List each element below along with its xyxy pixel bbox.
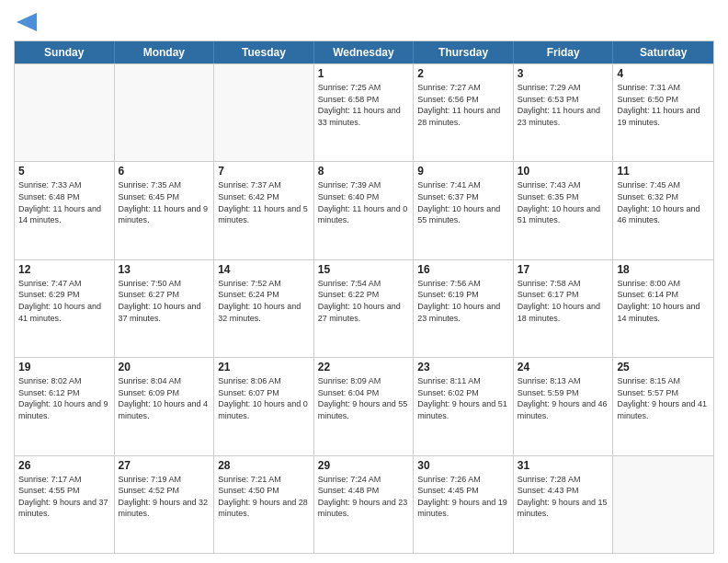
day-number: 29 [318, 459, 410, 472]
cell-info: Sunrise: 8:15 AMSunset: 5:57 PMDaylight:… [617, 375, 710, 421]
day-number: 13 [119, 263, 210, 276]
day-cell-31: 31Sunrise: 7:28 AMSunset: 4:43 PMDayligh… [514, 456, 614, 553]
day-number: 5 [18, 165, 110, 178]
cell-info: Sunrise: 8:00 AMSunset: 6:14 PMDaylight:… [617, 278, 710, 324]
cell-info: Sunrise: 8:11 AMSunset: 6:02 PMDaylight:… [417, 375, 509, 421]
header-day-sunday: Sunday [15, 41, 115, 63]
cell-info: Sunrise: 7:35 AMSunset: 6:45 PMDaylight:… [119, 179, 210, 225]
day-cell-26: 26Sunrise: 7:17 AMSunset: 4:55 PMDayligh… [15, 456, 115, 553]
day-cell-4: 4Sunrise: 7:31 AMSunset: 6:50 PMDaylight… [613, 64, 713, 161]
cell-info: Sunrise: 7:37 AMSunset: 6:42 PMDaylight:… [218, 179, 310, 225]
calendar-body: 1Sunrise: 7:25 AMSunset: 6:58 PMDaylight… [15, 63, 713, 553]
calendar-row-2: 5Sunrise: 7:33 AMSunset: 6:48 PMDaylight… [15, 161, 713, 259]
day-cell-17: 17Sunrise: 7:58 AMSunset: 6:17 PMDayligh… [514, 260, 614, 357]
cell-info: Sunrise: 7:41 AMSunset: 6:37 PMDaylight:… [417, 179, 509, 225]
cell-info: Sunrise: 7:58 AMSunset: 6:17 PMDaylight:… [518, 278, 609, 324]
day-cell-22: 22Sunrise: 8:09 AMSunset: 6:04 PMDayligh… [314, 358, 415, 454]
day-cell-16: 16Sunrise: 7:56 AMSunset: 6:19 PMDayligh… [414, 260, 514, 357]
day-number: 26 [18, 459, 110, 472]
day-cell-2: 2Sunrise: 7:27 AMSunset: 6:56 PMDaylight… [414, 64, 514, 161]
day-number: 31 [518, 459, 609, 472]
cell-info: Sunrise: 7:33 AMSunset: 6:48 PMDaylight:… [18, 179, 110, 225]
day-cell-14: 14Sunrise: 7:52 AMSunset: 6:24 PMDayligh… [214, 260, 314, 357]
empty-cell [214, 64, 314, 161]
day-cell-9: 9Sunrise: 7:41 AMSunset: 6:37 PMDaylight… [414, 162, 514, 259]
cell-info: Sunrise: 7:26 AMSunset: 4:45 PMDaylight:… [417, 474, 509, 520]
day-number: 23 [417, 361, 509, 373]
cell-info: Sunrise: 7:17 AMSunset: 4:55 PMDaylight:… [18, 474, 110, 520]
day-cell-3: 3Sunrise: 7:29 AMSunset: 6:53 PMDaylight… [514, 64, 614, 161]
day-cell-21: 21Sunrise: 8:06 AMSunset: 6:07 PMDayligh… [214, 358, 314, 454]
day-number: 3 [518, 67, 609, 80]
day-number: 18 [617, 263, 710, 276]
cell-info: Sunrise: 7:28 AMSunset: 4:43 PMDaylight:… [518, 474, 609, 520]
day-cell-5: 5Sunrise: 7:33 AMSunset: 6:48 PMDaylight… [15, 162, 115, 259]
day-number: 30 [417, 459, 509, 472]
day-number: 8 [318, 165, 410, 178]
day-cell-25: 25Sunrise: 8:15 AMSunset: 5:57 PMDayligh… [613, 358, 713, 454]
header-day-monday: Monday [115, 41, 215, 63]
day-number: 9 [417, 165, 509, 178]
cell-info: Sunrise: 7:19 AMSunset: 4:52 PMDaylight:… [119, 474, 210, 520]
cell-info: Sunrise: 8:13 AMSunset: 5:59 PMDaylight:… [518, 375, 609, 421]
day-number: 15 [318, 263, 410, 276]
logo [14, 9, 37, 35]
day-number: 27 [119, 459, 210, 472]
page: SundayMondayTuesdayWednesdayThursdayFrid… [0, 0, 728, 563]
day-cell-6: 6Sunrise: 7:35 AMSunset: 6:45 PMDaylight… [115, 162, 215, 259]
day-number: 7 [218, 165, 310, 178]
cell-info: Sunrise: 7:25 AMSunset: 6:58 PMDaylight:… [318, 82, 410, 128]
day-cell-8: 8Sunrise: 7:39 AMSunset: 6:40 PMDaylight… [314, 162, 415, 259]
cell-info: Sunrise: 7:31 AMSunset: 6:50 PMDaylight:… [617, 82, 710, 128]
day-cell-27: 27Sunrise: 7:19 AMSunset: 4:52 PMDayligh… [115, 456, 215, 553]
calendar-row-1: 1Sunrise: 7:25 AMSunset: 6:58 PMDaylight… [15, 63, 713, 161]
calendar-header: SundayMondayTuesdayWednesdayThursdayFrid… [15, 41, 713, 63]
day-number: 20 [119, 361, 210, 373]
empty-cell [15, 64, 115, 161]
cell-info: Sunrise: 7:21 AMSunset: 4:50 PMDaylight:… [218, 474, 310, 520]
day-cell-13: 13Sunrise: 7:50 AMSunset: 6:27 PMDayligh… [115, 260, 215, 357]
day-number: 6 [119, 165, 210, 178]
cell-info: Sunrise: 7:47 AMSunset: 6:29 PMDaylight:… [18, 278, 110, 324]
cell-info: Sunrise: 7:39 AMSunset: 6:40 PMDaylight:… [318, 179, 410, 225]
cell-info: Sunrise: 8:06 AMSunset: 6:07 PMDaylight:… [218, 375, 310, 421]
calendar-row-3: 12Sunrise: 7:47 AMSunset: 6:29 PMDayligh… [15, 259, 713, 357]
header-day-thursday: Thursday [414, 41, 514, 63]
header-day-saturday: Saturday [613, 41, 713, 63]
day-cell-28: 28Sunrise: 7:21 AMSunset: 4:50 PMDayligh… [214, 456, 314, 553]
day-number: 14 [218, 263, 310, 276]
calendar: SundayMondayTuesdayWednesdayThursdayFrid… [14, 40, 714, 554]
cell-info: Sunrise: 7:27 AMSunset: 6:56 PMDaylight:… [417, 82, 509, 128]
day-cell-7: 7Sunrise: 7:37 AMSunset: 6:42 PMDaylight… [214, 162, 314, 259]
day-number: 17 [518, 263, 609, 276]
cell-info: Sunrise: 7:50 AMSunset: 6:27 PMDaylight:… [119, 278, 210, 324]
day-cell-1: 1Sunrise: 7:25 AMSunset: 6:58 PMDaylight… [314, 64, 415, 161]
day-cell-29: 29Sunrise: 7:24 AMSunset: 4:48 PMDayligh… [314, 456, 415, 553]
empty-cell [613, 456, 713, 553]
day-number: 2 [417, 67, 509, 80]
day-number: 12 [18, 263, 110, 276]
cell-info: Sunrise: 8:04 AMSunset: 6:09 PMDaylight:… [119, 375, 210, 421]
day-number: 25 [617, 361, 710, 373]
day-cell-15: 15Sunrise: 7:54 AMSunset: 6:22 PMDayligh… [314, 260, 415, 357]
empty-cell [115, 64, 215, 161]
logo-icon [17, 13, 37, 31]
day-cell-24: 24Sunrise: 8:13 AMSunset: 5:59 PMDayligh… [514, 358, 614, 454]
day-number: 19 [18, 361, 110, 373]
day-cell-10: 10Sunrise: 7:43 AMSunset: 6:35 PMDayligh… [514, 162, 614, 259]
header [14, 9, 714, 35]
day-cell-30: 30Sunrise: 7:26 AMSunset: 4:45 PMDayligh… [414, 456, 514, 553]
cell-info: Sunrise: 7:56 AMSunset: 6:19 PMDaylight:… [417, 278, 509, 324]
day-cell-18: 18Sunrise: 8:00 AMSunset: 6:14 PMDayligh… [613, 260, 713, 357]
day-number: 10 [518, 165, 609, 178]
calendar-row-5: 26Sunrise: 7:17 AMSunset: 4:55 PMDayligh… [15, 455, 713, 553]
day-number: 21 [218, 361, 310, 373]
cell-info: Sunrise: 7:54 AMSunset: 6:22 PMDaylight:… [318, 278, 410, 324]
header-day-friday: Friday [514, 41, 614, 63]
day-cell-20: 20Sunrise: 8:04 AMSunset: 6:09 PMDayligh… [115, 358, 215, 454]
cell-info: Sunrise: 8:02 AMSunset: 6:12 PMDaylight:… [18, 375, 110, 421]
cell-info: Sunrise: 7:52 AMSunset: 6:24 PMDaylight:… [218, 278, 310, 324]
day-cell-23: 23Sunrise: 8:11 AMSunset: 6:02 PMDayligh… [414, 358, 514, 454]
day-number: 16 [417, 263, 509, 276]
svg-marker-0 [17, 13, 37, 31]
